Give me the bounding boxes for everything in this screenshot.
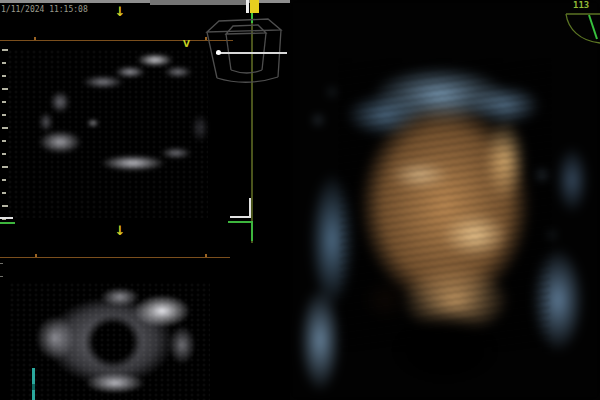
ultrasound-display: 1/11/2024 11:15:08 ↓ V ↓ [0, 0, 600, 400]
depth-ruler-tick [2, 101, 6, 103]
baseline-tick [34, 37, 36, 40]
pane-corner-bracket-green [0, 222, 15, 224]
depth-ruler-tick [2, 62, 6, 64]
volume-3d-viewport[interactable] [290, 0, 600, 400]
depth-ruler-tick [2, 75, 6, 77]
depth-ruler-tick [0, 276, 3, 277]
pane-corner-bracket-white [0, 217, 13, 219]
orientation-v-marker: V [183, 39, 190, 49]
echo-2d-top-viewport[interactable] [8, 50, 208, 218]
bottom-view-baseline [0, 257, 230, 258]
multiplane-angle-value: 113 [573, 0, 589, 10]
datetime-stamp: 1/11/2024 11:15:08 [1, 5, 88, 14]
depth-ruler-tick [2, 205, 8, 207]
depth-ruler-tick [2, 140, 6, 142]
depth-ruler-tick [2, 179, 6, 181]
multiplane-angle-fan-icon [556, 11, 600, 45]
window-top-border-segment [150, 0, 247, 5]
center-bracket-green-vertical [251, 221, 253, 241]
crop-plane-yellow-handle[interactable] [250, 0, 259, 13]
cube-slice-plane-line [216, 52, 287, 54]
sector-arrow-icon: ↓ [113, 224, 127, 238]
depth-ruler-tick [2, 114, 6, 116]
depth-ruler-tick [2, 88, 8, 90]
tee-probe-caliper-gap [32, 384, 35, 390]
crop-plane-white-handle[interactable] [246, 0, 249, 13]
depth-ruler-tick [2, 192, 6, 194]
cube-slice-handle-dot[interactable] [216, 50, 221, 55]
center-bracket-white-horizontal [230, 216, 251, 218]
depth-ruler-tick [2, 49, 8, 51]
center-bracket-white-vertical [249, 198, 251, 218]
volume-3d-texture [340, 60, 550, 350]
top-view-baseline [0, 40, 233, 41]
center-bracket-green-horizontal [228, 221, 253, 223]
echo-2d-bottom-viewport[interactable] [10, 283, 210, 400]
sector-arrow-icon: ↓ [113, 5, 127, 19]
baseline-tick [205, 254, 207, 257]
depth-ruler-tick [2, 127, 8, 129]
depth-ruler-tick [2, 153, 6, 155]
depth-ruler-tick [2, 166, 8, 168]
baseline-tick [35, 254, 37, 257]
depth-ruler-tick [0, 263, 3, 264]
